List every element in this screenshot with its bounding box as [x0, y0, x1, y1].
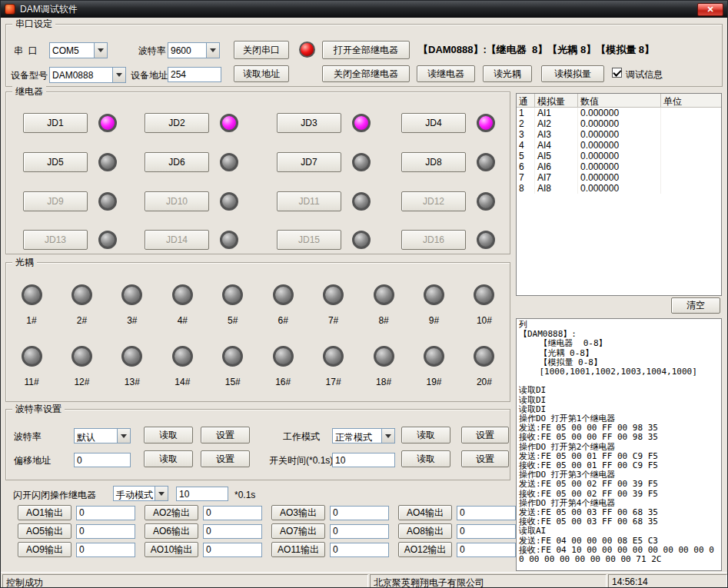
relay-button-jd14[interactable]: JD14 [145, 230, 209, 250]
close-serial-button[interactable]: 关闭串口 [234, 41, 289, 59]
chevron-down-icon[interactable] [206, 43, 219, 58]
chevron-down-icon[interactable] [155, 487, 168, 500]
ao-button-11[interactable]: AO11输出 [271, 542, 325, 557]
relay-button-jd15[interactable]: JD15 [277, 230, 341, 250]
ao-input-8[interactable] [457, 524, 516, 539]
flash-relay-label: 闪开闪闭操作继电器 [13, 490, 96, 500]
baud-rate-select[interactable]: 9600 [168, 42, 220, 58]
analog-table-row[interactable]: 1AI10.000000 [517, 108, 721, 118]
device-address-input[interactable] [168, 67, 221, 82]
workmode-read-button[interactable]: 读取 [401, 427, 450, 443]
analog-table-row[interactable]: 2AI20.000000 [517, 118, 721, 129]
relay-button-jd12[interactable]: JD12 [401, 191, 466, 211]
relay-button-jd5[interactable]: JD5 [23, 152, 88, 172]
flash-time-input[interactable] [176, 487, 228, 501]
work-mode-select[interactable]: 正常模式 [332, 428, 395, 443]
relay-button-jd6[interactable]: JD6 [145, 152, 209, 172]
chevron-down-icon[interactable] [94, 43, 107, 58]
analog-table-row[interactable]: 3AI30.000000 [517, 129, 721, 140]
ao-button-10[interactable]: AO10输出 [145, 542, 198, 557]
analog-table-header-cell: 通 [517, 94, 535, 107]
switch-time-input[interactable] [332, 453, 395, 467]
read-relay-button[interactable]: 读继电器 [417, 65, 475, 82]
debug-info-checkbox[interactable] [612, 68, 622, 78]
relay-cell: JD5 [23, 152, 145, 172]
offset-read-button[interactable]: 读取 [144, 450, 193, 467]
chevron-down-icon[interactable] [381, 429, 394, 443]
ao-input-5[interactable] [76, 524, 135, 539]
ao-input-10[interactable] [203, 543, 262, 557]
opto-group: 光耦 1#2#3#4#5#6#7#8#9#10# 11#12#13#14#15#… [5, 262, 510, 402]
com-port-value: COM5 [50, 43, 94, 58]
device-model-select[interactable]: DAM0888 [49, 67, 126, 83]
log-area[interactable]: 列【DAM0888】: 【继电器 0-8】 【光耦 0-8】 【模拟量 0-8】… [516, 318, 722, 571]
ao-button-4[interactable]: AO4输出 [398, 505, 452, 520]
ao-button-5[interactable]: AO5输出 [18, 523, 71, 539]
clear-button[interactable]: 清空 [671, 297, 720, 314]
chevron-down-icon[interactable] [117, 429, 130, 443]
ao-button-7[interactable]: AO7输出 [271, 523, 325, 539]
ao-input-4[interactable] [457, 506, 516, 520]
relay-button-jd2[interactable]: JD2 [145, 113, 209, 133]
ao-button-2[interactable]: AO2输出 [145, 505, 198, 520]
ao-button-3[interactable]: AO3输出 [271, 505, 325, 520]
chevron-down-icon[interactable] [112, 68, 125, 82]
offset-address-input[interactable] [74, 453, 131, 467]
close-button[interactable]: ✕ [697, 3, 723, 16]
com-port-select[interactable]: COM5 [49, 42, 108, 58]
offset-address-label: 偏移地址 [14, 455, 51, 466]
workmode-set-button[interactable]: 设置 [461, 427, 509, 443]
ao-input-12[interactable] [457, 543, 516, 557]
ao-input-11[interactable] [330, 543, 389, 557]
relay-button-jd9[interactable]: JD9 [23, 191, 88, 211]
open-all-relays-button[interactable]: 打开全部继电器 [322, 41, 410, 59]
switchtime-set-button[interactable]: 设置 [461, 450, 509, 467]
baud-setting-label: 波特率 [14, 431, 42, 442]
read-address-button[interactable]: 读取地址 [234, 65, 289, 82]
close-all-relays-button[interactable]: 关闭全部继电器 [322, 65, 410, 82]
ao-button-9[interactable]: AO9输出 [18, 542, 71, 557]
baud-settings-title: 波特率设置 [12, 404, 65, 414]
read-analog-button[interactable]: 读模拟量 [541, 65, 604, 82]
relay-button-jd16[interactable]: JD16 [401, 230, 466, 250]
opto-cell: 12# [66, 346, 97, 387]
relay-button-jd13[interactable]: JD13 [23, 230, 88, 250]
relay-button-jd11[interactable]: JD11 [277, 191, 341, 211]
relay-led-jd5 [98, 153, 117, 171]
analog-name-cell: AI4 [535, 140, 578, 151]
read-opto-button[interactable]: 读光耦 [483, 65, 532, 82]
baud-set-button[interactable]: 设置 [201, 427, 250, 443]
analog-table-row[interactable]: 8AI80.000000 [517, 183, 721, 194]
baud-setting-select[interactable]: 默认 [74, 428, 131, 443]
relay-button-jd1[interactable]: JD1 [23, 113, 88, 133]
ao-input-6[interactable] [203, 524, 262, 539]
ao-input-2[interactable] [203, 506, 262, 520]
log-line: 接收:FE 04 10 00 00 00 00 00 00 00 00 00 0… [519, 546, 719, 564]
opto-led-9 [424, 284, 444, 305]
opto-led-2 [71, 284, 92, 305]
ao-button-6[interactable]: AO6输出 [145, 523, 198, 539]
ao-input-7[interactable] [330, 524, 389, 539]
analog-table-row[interactable]: 6AI60.000000 [517, 161, 721, 172]
ao-button-12[interactable]: AO12输出 [398, 542, 452, 557]
ao-button-1[interactable]: AO1输出 [18, 505, 71, 520]
ao-input-1[interactable] [76, 506, 135, 520]
ao-button-8[interactable]: AO8输出 [398, 523, 452, 539]
offset-set-button[interactable]: 设置 [201, 450, 250, 467]
analog-table-row[interactable]: 5AI50.000000 [517, 151, 721, 161]
relay-button-jd4[interactable]: JD4 [401, 113, 466, 133]
opto-led-17 [323, 346, 344, 367]
ao-input-3[interactable] [330, 506, 389, 520]
relay-button-jd3[interactable]: JD3 [277, 113, 341, 133]
flash-mode-select[interactable]: 手动模式 [113, 486, 168, 501]
ao-input-9[interactable] [76, 543, 135, 557]
relay-button-jd10[interactable]: JD10 [145, 191, 209, 211]
analog-table-header: 通模拟量数值单位 [517, 94, 721, 108]
switchtime-read-button[interactable]: 读取 [401, 450, 450, 467]
relay-button-jd8[interactable]: JD8 [401, 152, 466, 172]
analog-table-row[interactable]: 4AI40.000000 [517, 140, 721, 151]
opto-led-20 [474, 346, 494, 367]
analog-table-row[interactable]: 7AI70.000000 [517, 172, 721, 183]
baud-read-button[interactable]: 读取 [144, 427, 193, 443]
relay-button-jd7[interactable]: JD7 [277, 152, 341, 172]
